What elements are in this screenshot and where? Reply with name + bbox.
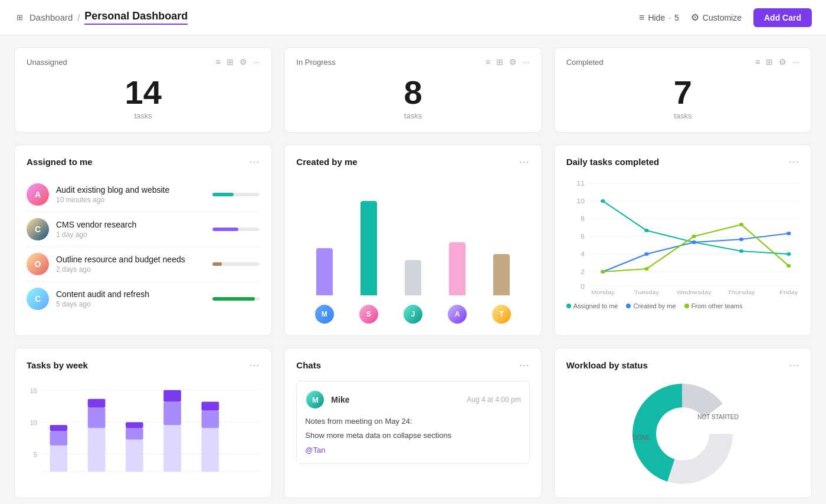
expand-icon-3[interactable]: ⊞ (766, 57, 773, 67)
avatar: O (27, 253, 49, 275)
chat-mention[interactable]: @Tan (305, 446, 325, 454)
svg-point-26 (691, 241, 696, 244)
svg-text:NOT STARTED: NOT STARTED (698, 414, 739, 420)
svg-point-20 (644, 229, 648, 232)
stat-card-icons-3: ≡ ⊞ ⚙ ··· (755, 57, 799, 67)
completed-card: Completed ≡ ⊞ ⚙ ··· 7 tasks (554, 47, 812, 133)
task-time: 5 days ago (56, 300, 205, 308)
bar-group (493, 254, 510, 295)
chats-more-icon[interactable]: ··· (519, 359, 530, 371)
avatar-small: T (491, 304, 512, 325)
task-name: Content audit and refresh (56, 289, 205, 299)
chats-title: Chats (296, 360, 321, 370)
tasks-week-chart: 15 10 5 (27, 381, 260, 481)
svg-rect-41 (50, 446, 68, 472)
more-icon[interactable]: ··· (253, 57, 260, 67)
svg-rect-51 (163, 402, 181, 426)
task-time: 10 minutes ago (56, 196, 205, 204)
legend-dot (566, 304, 571, 308)
avatar-small: S (358, 304, 379, 325)
breadcrumb-parent[interactable]: Dashboard (30, 12, 73, 22)
created-card-title: Created by me (296, 157, 357, 167)
svg-rect-53 (201, 428, 219, 472)
svg-point-30 (644, 267, 648, 271)
filter-icon-2[interactable]: ≡ (486, 57, 490, 67)
svg-rect-48 (126, 428, 143, 440)
donut-chart: NOT STARTED DONE (566, 381, 799, 487)
svg-text:15: 15 (30, 387, 37, 394)
tasks-week-more-icon[interactable]: ··· (249, 359, 260, 371)
svg-rect-52 (163, 390, 181, 402)
svg-text:10: 10 (30, 419, 37, 426)
svg-point-23 (786, 252, 791, 256)
chat-avatar: M (305, 390, 325, 410)
legend-dot (684, 304, 689, 308)
hide-button[interactable]: ≡ Hide · 5 (639, 12, 679, 23)
workload-more-icon[interactable]: ··· (789, 359, 799, 371)
avatar: C (27, 288, 49, 310)
task-name: Outline resource and budget needs (56, 255, 205, 264)
svg-text:8: 8 (581, 216, 585, 222)
svg-text:Thursday: Thursday (727, 289, 755, 295)
workload-title: Workload by status (566, 360, 648, 370)
avatar: C (27, 218, 49, 241)
bar (405, 260, 421, 295)
task-info: Outline resource and budget needs 2 days… (56, 255, 205, 274)
assigned-more-icon[interactable]: ··· (249, 156, 260, 168)
daily-tasks-more-icon[interactable]: ··· (789, 156, 799, 168)
svg-point-33 (786, 264, 791, 268)
created-more-icon[interactable]: ··· (519, 156, 530, 168)
bar-chart (296, 177, 529, 295)
expand-icon-2[interactable]: ⊞ (496, 57, 503, 67)
progress-bar-container (212, 193, 260, 196)
bar-group (316, 248, 333, 295)
svg-rect-45 (88, 407, 106, 428)
stat-card-icons: ≡ ⊞ ⚙ ··· (215, 57, 260, 67)
task-item: A Audit existing blog and website 10 min… (27, 177, 260, 212)
svg-rect-54 (201, 410, 219, 428)
avatars-row: M S J A T (296, 304, 529, 325)
svg-rect-46 (88, 399, 106, 408)
svg-point-22 (739, 249, 743, 253)
unassigned-card: Unassigned ≡ ⊞ ⚙ ··· 14 tasks (14, 47, 272, 133)
customize-label: Customize (703, 13, 742, 22)
settings-icon[interactable]: ⚙ (240, 57, 247, 67)
main-content: Unassigned ≡ ⊞ ⚙ ··· 14 tasks In Progres… (0, 35, 826, 504)
filter-icon[interactable]: ≡ (215, 57, 220, 67)
hide-icon: ≡ (639, 12, 644, 23)
settings-icon-2[interactable]: ⚙ (509, 57, 517, 67)
inprogress-label: tasks (404, 111, 422, 120)
svg-rect-43 (50, 425, 68, 431)
progress-bar (212, 297, 255, 301)
task-time: 1 day ago (56, 230, 205, 239)
svg-text:Tuesday: Tuesday (634, 289, 659, 295)
bar (316, 248, 333, 295)
legend-assigned: Assigned to me (566, 302, 618, 309)
svg-text:4: 4 (581, 251, 585, 258)
task-info: Content audit and refresh 5 days ago (56, 289, 205, 308)
assigned-to-me-card: Assigned to me ··· A Audit existing blog… (14, 144, 272, 336)
avatar-small: A (447, 304, 468, 325)
inprogress-title: In Progress (296, 58, 335, 67)
legend-label: From other teams (691, 302, 743, 309)
add-card-button[interactable]: Add Card (753, 8, 812, 27)
workload-card: Workload by status ··· NOT STARTED DONE (554, 348, 812, 498)
chat-text-2: Show more meta data on collapse sections (305, 430, 520, 442)
created-by-me-card: Created by me ··· (284, 144, 542, 336)
settings-icon-3[interactable]: ⚙ (779, 57, 786, 67)
more-icon-2[interactable]: ··· (523, 57, 530, 67)
svg-text:11: 11 (576, 180, 585, 187)
customize-button[interactable]: ⚙ Customize (691, 12, 742, 23)
stat-cards-row: Unassigned ≡ ⊞ ⚙ ··· 14 tasks In Progres… (14, 47, 812, 133)
filter-icon-3[interactable]: ≡ (755, 57, 760, 67)
expand-icon[interactable]: ⊞ (227, 57, 234, 67)
more-icon-3[interactable]: ··· (792, 57, 799, 67)
page-title: Personal Dashboard (84, 10, 188, 25)
completed-label: tasks (674, 111, 691, 120)
inprogress-card: In Progress ≡ ⊞ ⚙ ··· 8 tasks (284, 47, 542, 133)
svg-text:Wednesday: Wednesday (677, 289, 712, 295)
task-info: CMS vendor research 1 day ago (56, 220, 205, 239)
task-name: Audit existing blog and website (56, 185, 205, 195)
tasks-by-week-card: Tasks by week ··· 15 10 5 (14, 348, 272, 498)
inprogress-number: 8 (404, 76, 422, 109)
